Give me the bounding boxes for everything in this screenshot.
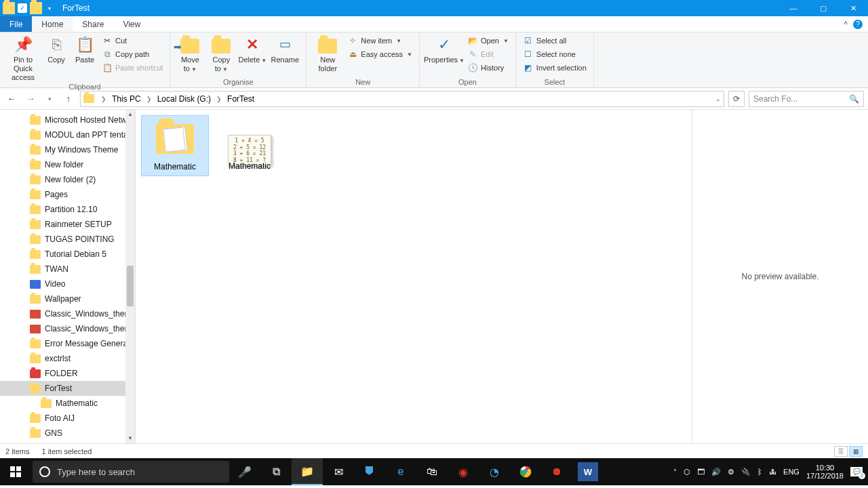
tab-home[interactable]: Home	[32, 16, 73, 32]
file-list[interactable]: Mathematic1 + 4 = 52 + 5 = 123 + 6 = 218…	[136, 110, 692, 443]
tree-item[interactable]: Tutorial Debian 5	[0, 247, 135, 262]
tree-item[interactable]: New folder	[0, 157, 135, 172]
paste-button[interactable]: 📋 Paste	[71, 34, 99, 64]
tree-item[interactable]: TUGAS POINTING	[0, 232, 135, 247]
tray-icon[interactable]: ⚙	[728, 468, 734, 476]
easy-access-button[interactable]: ⏏Easy access▼	[344, 47, 415, 61]
taskbar-app-record[interactable]: ⏺	[541, 458, 572, 485]
tree-item[interactable]: Foto AIJ	[0, 411, 135, 426]
tray-network-icon[interactable]: 🖧	[769, 468, 776, 476]
collapse-ribbon-icon[interactable]: ^	[844, 20, 848, 29]
edit-button[interactable]: ✎Edit	[465, 47, 511, 61]
tree-item[interactable]: Video	[0, 277, 135, 291]
tree-item[interactable]: My Windows Theme	[0, 142, 135, 157]
delete-button[interactable]: ✕ Delete▼	[237, 34, 268, 64]
breadcrumb-item[interactable]: Local Disk (G:)	[156, 94, 212, 104]
notifications-icon[interactable]: 💬	[850, 467, 863, 476]
tree-item[interactable]: Partition 12.10	[0, 202, 135, 217]
tray-clock[interactable]: 10:30 17/12/2018	[806, 464, 844, 480]
search-input[interactable]: Search Fo... 🔍	[749, 91, 864, 107]
tree-item[interactable]: Mathematic	[0, 396, 135, 411]
tree-item[interactable]: ForTest	[0, 381, 135, 396]
taskbar-app-mail[interactable]: ✉	[323, 458, 354, 485]
start-button[interactable]	[0, 458, 31, 485]
tree-item[interactable]: Microsoft Hosted Netwo	[0, 113, 135, 127]
scroll-down-icon[interactable]: ▼	[125, 434, 135, 443]
tray-volume-icon[interactable]: 🔊	[711, 468, 721, 476]
taskbar-app-store[interactable]: ⛊	[354, 458, 385, 485]
back-button[interactable]: ←	[4, 92, 19, 106]
address-dropdown-icon[interactable]: ⌄	[715, 96, 721, 102]
taskbar-app-chrome[interactable]	[510, 458, 541, 485]
system-tray[interactable]: ˄ ⬡ 🗔 🔊 ⚙ 🔌 ᛒ 🖧 ENG 10:30 17/12/2018 💬	[668, 464, 868, 480]
recent-dropdown[interactable]: ▾	[42, 92, 57, 106]
tree-item[interactable]: exctrlst	[0, 351, 135, 366]
tree-item[interactable]: New folder (2)	[0, 172, 135, 187]
tree-scrollbar[interactable]: ▲ ▼	[125, 110, 135, 443]
taskbar-app-explorer[interactable]: 📁	[292, 458, 323, 485]
copy-to-button[interactable]: Copy to▼	[205, 34, 237, 73]
refresh-button[interactable]: ⟳	[728, 91, 745, 107]
invert-selection-button[interactable]: ◩Invert selection	[520, 61, 589, 75]
breadcrumb-item[interactable]: ForTest	[226, 94, 256, 104]
task-view-button[interactable]: ⧉	[260, 458, 292, 485]
qat-dropdown-icon[interactable]: ▾	[43, 2, 56, 14]
forward-button[interactable]: →	[23, 92, 38, 106]
help-icon[interactable]: ?	[853, 20, 863, 29]
tree-item[interactable]: TWAN	[0, 262, 135, 277]
tab-share[interactable]: Share	[73, 16, 113, 32]
up-button[interactable]: ↑	[61, 92, 76, 106]
taskbar-app-generic[interactable]: ◔	[479, 458, 510, 485]
select-none-button[interactable]: ☐Select none	[520, 47, 589, 61]
chevron-right-icon[interactable]: ❯	[98, 96, 109, 102]
new-folder-button[interactable]: New folder	[311, 34, 344, 73]
tray-icon[interactable]: 🗔	[697, 468, 705, 476]
copy-button[interactable]: ⎘ Copy	[42, 34, 71, 64]
breadcrumb-item[interactable]: This PC	[111, 94, 142, 104]
tree-item[interactable]: Wallpaper	[0, 291, 135, 306]
tree-item[interactable]: Pages	[0, 187, 135, 202]
details-view-button[interactable]: ☰	[834, 446, 848, 457]
rename-button[interactable]: ▭ Rename	[268, 34, 302, 64]
taskbar-app-word[interactable]: W	[578, 462, 598, 481]
tree-item[interactable]: Classic_Windows_themes	[0, 306, 135, 321]
mic-icon[interactable]: 🎤	[229, 458, 260, 485]
navigation-tree[interactable]: Microsoft Hosted NetwoMODUL dan PPT tent…	[0, 110, 136, 443]
taskbar-search[interactable]: Type here to search	[33, 461, 229, 483]
cut-button[interactable]: ✂Cut	[99, 34, 165, 47]
scroll-thumb[interactable]	[127, 266, 134, 306]
maximize-button[interactable]: ▢	[808, 0, 838, 16]
tree-item[interactable]: MODUL dan PPT tentang	[0, 127, 135, 142]
tree-item[interactable]: Rainmeter SETUP	[0, 217, 135, 232]
select-all-button[interactable]: ☑Select all	[520, 34, 589, 47]
taskbar-app-edge[interactable]: e	[385, 458, 416, 485]
chevron-right-icon[interactable]: ❯	[214, 96, 224, 102]
tray-bluetooth-icon[interactable]: ᛒ	[757, 468, 762, 476]
tray-power-icon[interactable]: 🔌	[741, 468, 751, 476]
tray-language[interactable]: ENG	[783, 468, 800, 476]
new-item-button[interactable]: ✧New item▼	[344, 34, 415, 47]
tray-icon[interactable]: ⬡	[684, 468, 690, 476]
properties-button[interactable]: ✓ Properties▼	[424, 34, 465, 64]
history-button[interactable]: 🕓History	[465, 61, 511, 75]
move-to-button[interactable]: ➡ Move to▼	[174, 34, 205, 73]
tab-file[interactable]: File	[0, 16, 32, 32]
taskbar-app-msstore[interactable]: 🛍	[416, 458, 448, 485]
taskbar-app-generic[interactable]: ◉	[448, 458, 479, 485]
chevron-right-icon[interactable]: ❯	[144, 96, 155, 102]
tree-item[interactable]: FOLDER	[0, 366, 135, 381]
tree-item[interactable]: Classic_Windows_themes	[0, 321, 135, 336]
tray-chevron-up-icon[interactable]: ˄	[673, 468, 677, 476]
open-button[interactable]: 📂Open▼	[465, 34, 511, 47]
file-item[interactable]: 1 + 4 = 52 + 5 = 123 + 6 = 218 + 11 = ?M…	[216, 115, 283, 175]
pin-quick-access-button[interactable]: 📌 Pin to Quick access	[4, 34, 42, 83]
copy-path-button[interactable]: ⧉Copy path	[99, 47, 165, 61]
address-bar[interactable]: ❯ This PC ❯ Local Disk (G:) ❯ ForTest ⌄	[80, 91, 724, 107]
tab-view[interactable]: View	[113, 16, 150, 32]
qat-properties-icon[interactable]: ✓	[16, 2, 28, 14]
tree-item[interactable]: Error Message Generator	[0, 336, 135, 351]
tree-item[interactable]: GNS	[0, 426, 135, 441]
minimize-button[interactable]: ―	[778, 0, 808, 16]
paste-shortcut-button[interactable]: 📋Paste shortcut	[99, 61, 165, 75]
close-button[interactable]: ✕	[838, 0, 868, 16]
